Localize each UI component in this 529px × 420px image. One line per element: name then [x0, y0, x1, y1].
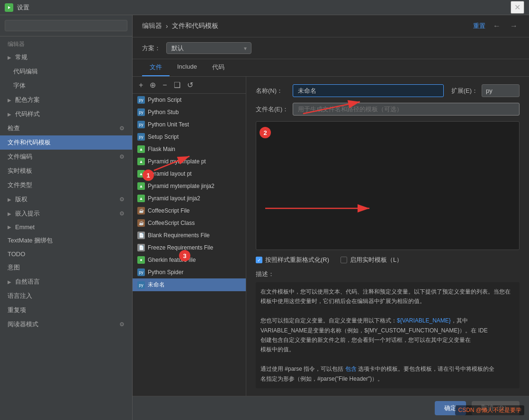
template-label: Freeze Requirements File — [148, 244, 213, 251]
template-label: CoffeeScript File — [148, 207, 189, 214]
sidebar-item-font[interactable]: 字体 — [0, 79, 132, 93]
template-item-blank-requirements[interactable]: 📄 Blank Requirements File — [133, 229, 246, 241]
template-item-python-script[interactable]: py Python Script — [133, 94, 246, 106]
template-icon-setup-script: py — [137, 133, 145, 141]
template-item-unnamed[interactable]: py 未命名 — [133, 278, 246, 291]
sidebar-label: TODO — [8, 250, 25, 258]
breadcrumb-editor: 编辑器 — [142, 22, 162, 30]
sidebar-item-natural-lang[interactable]: ▶ 自然语言 — [0, 275, 132, 289]
template-label: Python Spider — [148, 269, 183, 276]
template-item-python-spider[interactable]: py Python Spider — [133, 266, 246, 278]
template-label: Blank Requirements File — [148, 232, 210, 239]
breadcrumb-current: 文件和代码模板 — [172, 22, 218, 30]
sidebar-item-file-templates[interactable]: 文件和代码模板 — [0, 135, 132, 150]
template-item-gherkin-feature[interactable]: ● Gherkin feature file — [133, 254, 246, 266]
forward-button[interactable]: → — [508, 21, 520, 31]
sidebar-item-duplicates[interactable]: 重复项 — [0, 303, 132, 317]
sidebar-item-general[interactable]: ▶ 常规 — [0, 50, 132, 64]
window-title: 设置 — [17, 3, 29, 12]
add-template-button[interactable]: + — [136, 80, 145, 90]
arrow-icon: ▶ — [8, 279, 11, 285]
sidebar-label: 实时模板 — [8, 167, 32, 175]
reformat-checkbox[interactable]: ✓ 按照样式重新格式化(R) — [256, 256, 329, 264]
reformat-checkbox-box: ✓ — [256, 257, 262, 263]
live-template-checkbox[interactable]: 启用实时模板（L） — [341, 256, 403, 264]
template-item-freeze-requirements[interactable]: 📄 Freeze Requirements File — [133, 241, 246, 254]
sidebar-item-inspection[interactable]: 检查 ⚙ — [0, 121, 132, 135]
sidebar-section-label: 编辑器 — [0, 36, 132, 50]
tab-code[interactable]: 代码 — [205, 59, 232, 76]
sidebar-item-file-types[interactable]: 文件类型 — [0, 178, 132, 192]
sidebar-item-code-edit[interactable]: 代码编辑 — [0, 64, 132, 79]
template-icon-python-unit-test: py — [137, 121, 145, 128]
sidebar-item-intention[interactable]: 意图 — [0, 260, 132, 275]
sidebar-label: 检查 — [8, 124, 20, 133]
template-panel: + ⊕ − ❑ ↺ py Python Script py Pytho — [133, 77, 246, 396]
copy-template-button[interactable]: ⊕ — [147, 80, 158, 90]
settings-icon: ⚙ — [119, 125, 125, 132]
settings-icon2: ⚙ — [119, 153, 125, 160]
template-icon-pyramid-mytemplate-jinja2: ▲ — [137, 182, 145, 190]
sidebar-item-inlay-hints[interactable]: ▶ 嵌入提示 ⚙ — [0, 206, 132, 221]
template-icon-python-script: py — [137, 96, 145, 104]
filename-input[interactable] — [293, 103, 520, 116]
reset-button[interactable]: 重置 — [473, 22, 485, 30]
desc-highlight1: ${VARIABLE_NAME} — [397, 317, 451, 324]
sidebar: 编辑器 ▶ 常规 代码编辑 字体 ▶ 配色方案 ▶ 代码样式 — [0, 15, 133, 420]
sidebar-item-todo[interactable]: TODO — [0, 248, 132, 260]
scheme-select[interactable]: 默认 自定义 — [166, 42, 251, 54]
ext-input[interactable] — [482, 84, 520, 97]
template-item-python-unit-test[interactable]: py Python Unit Test — [133, 118, 246, 131]
tab-files[interactable]: 文件 — [142, 59, 170, 76]
content-header: 编辑器 › 文件和代码模板 重置 ← → — [133, 15, 529, 37]
sidebar-item-copyright[interactable]: ▶ 版权 ⚙ — [0, 192, 132, 206]
live-template-label: 启用实时模板（L） — [350, 256, 403, 264]
remove-template-button[interactable]: − — [160, 80, 169, 90]
template-item-pyramid-layout-jinja2[interactable]: ▲ Pyramid layout jinja2 — [133, 192, 246, 205]
sidebar-search-input[interactable] — [5, 20, 127, 31]
template-icon-freeze-requirements: 📄 — [137, 244, 145, 251]
code-editor-area[interactable] — [256, 121, 520, 250]
template-item-pyramid-layout-pt[interactable]: ▲ Pyramid layout pt — [133, 168, 246, 180]
sidebar-item-color-scheme[interactable]: ▶ 配色方案 — [0, 93, 132, 107]
template-icon-coffeescript-class: ☕ — [137, 219, 145, 227]
template-icon-pyramid-layout-jinja2: ▲ — [137, 195, 145, 202]
scheme-select-wrapper: 默认 自定义 — [166, 42, 251, 54]
sidebar-item-textmate[interactable]: TextMate 捆绑包 — [0, 233, 132, 248]
template-item-flask-main[interactable]: ▲ Flask Main — [133, 143, 246, 155]
name-input[interactable] — [293, 84, 444, 97]
revert-template-button[interactable]: ↺ — [185, 80, 196, 90]
sidebar-item-file-encoding[interactable]: 文件编码 ⚙ — [0, 150, 132, 164]
back-button[interactable]: ← — [491, 21, 502, 31]
close-button[interactable]: ✕ — [511, 1, 524, 14]
arrow-icon: ▶ — [8, 211, 11, 216]
sidebar-item-lang-inject[interactable]: 语言注入 — [0, 289, 132, 303]
duplicate-template-button[interactable]: ❑ — [171, 80, 183, 90]
breadcrumb-separator: › — [166, 22, 168, 30]
template-item-pyramid-mytemplate-jinja2[interactable]: ▲ Pyramid mytemplate jinja2 — [133, 180, 246, 192]
arrow-icon: ▶ — [8, 55, 11, 60]
tab-include[interactable]: Include — [170, 59, 205, 76]
name-label: 名称(N)： — [256, 87, 289, 95]
template-icon-unnamed: py — [137, 281, 145, 289]
template-item-python-stub[interactable]: py Python Stub — [133, 106, 246, 118]
header-actions: 重置 ← → — [473, 21, 520, 31]
sidebar-item-emmet[interactable]: ▶ Emmet — [0, 221, 132, 233]
template-item-setup-script[interactable]: py Setup Script — [133, 131, 246, 143]
scheme-label: 方案： — [142, 44, 161, 53]
template-label: CoffeeScript Class — [148, 220, 195, 226]
watermark: CSDN @懒人不还是要学 — [455, 405, 524, 415]
sidebar-item-reader-mode[interactable]: 阅读器模式 ⚙ — [0, 317, 132, 331]
template-item-pyramid-mytemplate-pt[interactable]: ▲ Pyramid mytemplate pt — [133, 155, 246, 168]
sidebar-item-code-style[interactable]: ▶ 代码样式 — [0, 107, 132, 121]
check-mark: ✓ — [257, 258, 261, 263]
desc-title: 描述： — [256, 270, 520, 278]
sidebar-item-live-templates[interactable]: 实时模板 — [0, 164, 132, 178]
template-label: Pyramid mytemplate pt — [148, 158, 206, 165]
sidebar-label: 嵌入提示 — [15, 209, 40, 218]
template-icon-pyramid-layout-pt: ▲ — [137, 170, 145, 178]
template-item-coffeescript-class[interactable]: ☕ CoffeeScript Class — [133, 217, 246, 229]
sidebar-label: 文件和代码模板 — [8, 138, 51, 147]
template-item-coffeescript-file[interactable]: ☕ CoffeeScript File — [133, 205, 246, 217]
settings-icon4: ⚙ — [119, 210, 125, 217]
